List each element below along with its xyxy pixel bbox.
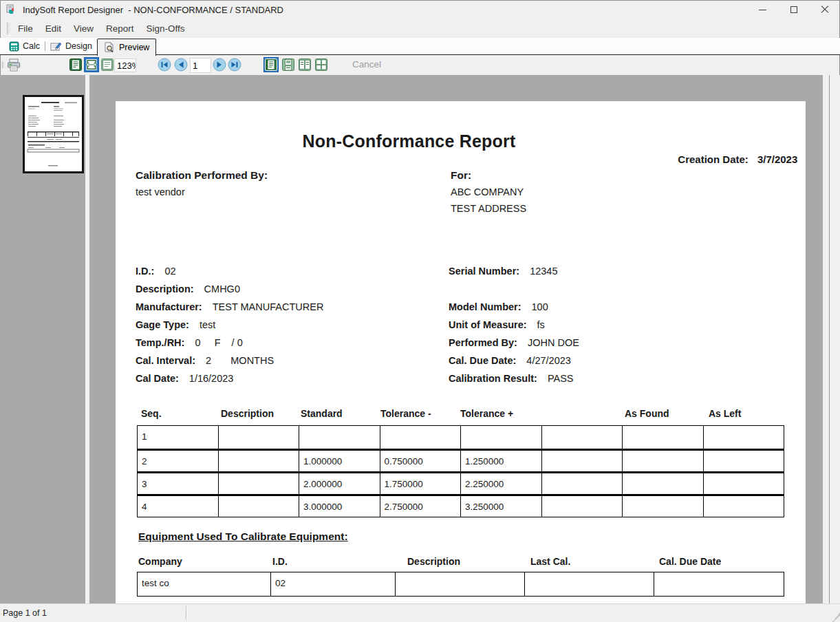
cell — [542, 496, 623, 517]
cell — [704, 496, 784, 517]
equipment-section-title: Equipment Used To Calibrate Equipment: — [138, 530, 348, 543]
continuous-pages-view-button[interactable] — [281, 57, 296, 72]
performed-by-block: Calibration Performed By: test vendor — [136, 169, 268, 198]
column-header: I.D. — [270, 556, 395, 567]
window-title: IndySoft Report Designer - NON-CONFORMAN… — [23, 5, 283, 15]
field-row — [449, 283, 579, 301]
menu-report[interactable]: Report — [100, 19, 140, 38]
field-value: 12345 — [530, 266, 557, 277]
fit-whole-page-icon — [69, 58, 82, 71]
zoom-100-button[interactable] — [100, 57, 115, 72]
four-page-view-button[interactable] — [314, 57, 329, 72]
for-block: For: ABC COMPANY TEST ADDRESS — [451, 169, 526, 215]
menu-sign-offs[interactable]: Sign-Offs — [140, 19, 191, 38]
report-title: Non-Conformance Report — [116, 131, 702, 151]
resize-grip[interactable] — [829, 611, 839, 621]
previous-page-button[interactable] — [173, 57, 188, 72]
field-row: Description:CMHG0 — [136, 283, 323, 301]
app-icon — [6, 4, 17, 15]
menu-view[interactable]: View — [67, 19, 100, 38]
cell: 3 — [138, 473, 219, 494]
preview-right-gutter — [823, 75, 840, 603]
field-label: Cal Date: — [136, 373, 179, 384]
cancel-button[interactable]: Cancel — [352, 59, 381, 69]
status-bar: Page 1 of 1 — [0, 603, 840, 622]
performed-by-label: Calibration Performed By: — [136, 169, 268, 182]
last-page-button[interactable] — [227, 57, 241, 72]
next-page-button[interactable] — [212, 57, 226, 72]
measurement-table: 1 21.0000000.7500001.250000 32.0000001.7… — [137, 425, 784, 517]
page-thumbnail[interactable] — [23, 95, 84, 173]
column-header — [536, 408, 616, 419]
field-label: Cal. Interval: — [136, 355, 195, 366]
gutter-edge-line — [829, 75, 830, 603]
cell: 4 — [138, 496, 219, 517]
field-row: Cal. Interval:2 MONTHS — [136, 355, 323, 373]
field-row: I.D.:02 — [136, 266, 323, 283]
for-line-2: TEST ADDRESS — [451, 203, 526, 215]
continuous-pages-view-icon — [282, 58, 294, 71]
tab-calc[interactable]: Calc — [4, 38, 45, 54]
window-controls — [747, 0, 840, 19]
four-page-view-icon — [315, 58, 327, 71]
status-divider — [186, 606, 186, 620]
zoom-input[interactable] — [114, 58, 136, 72]
minimize-icon — [759, 10, 766, 10]
field-label: Cal. Due Date: — [449, 355, 516, 366]
field-value: 100 — [532, 301, 548, 312]
field-label: I.D.: — [136, 266, 154, 277]
field-row: Temp./RH:0 F / 0 — [136, 337, 323, 355]
menu-edit[interactable]: Edit — [39, 19, 67, 38]
zoom-100-icon — [101, 58, 114, 71]
column-header: As Left — [700, 408, 784, 419]
tab-preview[interactable]: Preview — [97, 39, 156, 56]
menu-file[interactable]: File — [12, 19, 39, 38]
column-header: Tolerance - — [376, 408, 456, 419]
field-label: Unit of Measure: — [449, 319, 527, 330]
fit-whole-page-button[interactable] — [68, 57, 83, 72]
column-header: As Found — [616, 408, 700, 419]
column-header: Company — [137, 556, 270, 567]
cell — [461, 426, 542, 449]
cell — [525, 572, 654, 596]
tab-design-label: Design — [65, 41, 92, 51]
preview-area[interactable]: Non-Conformance Report Creation Date:3/7… — [89, 75, 823, 603]
maximize-button[interactable] — [778, 0, 809, 19]
minimize-button[interactable] — [747, 0, 778, 19]
cell — [219, 451, 300, 471]
creation-date-label: Creation Date: — [678, 153, 749, 165]
previous-page-icon — [174, 58, 188, 72]
cell — [542, 451, 623, 471]
cell: 2.250000 — [461, 473, 542, 494]
cell: 0.750000 — [380, 451, 462, 471]
field-label: Calibration Result: — [449, 373, 537, 384]
close-icon — [821, 6, 829, 14]
field-label: Description: — [136, 283, 194, 294]
for-label: For: — [451, 169, 526, 182]
field-value: PASS — [548, 373, 574, 384]
first-page-button[interactable] — [157, 57, 171, 72]
field-value: CMHG0 — [204, 283, 240, 294]
field-row: Model Number:100 — [449, 301, 579, 319]
tab-design[interactable]: Design — [45, 38, 97, 54]
cell: 3.000000 — [299, 496, 380, 517]
column-header: Description — [217, 408, 297, 419]
maximize-icon — [790, 6, 797, 13]
menu-bar: File Edit View Report Sign-Offs — [0, 19, 840, 38]
two-page-view-button[interactable] — [297, 57, 312, 72]
print-button[interactable] — [6, 57, 21, 72]
single-page-view-button[interactable] — [263, 57, 279, 72]
cell: test co — [138, 572, 271, 596]
page-number-input[interactable] — [190, 58, 211, 73]
fit-page-width-button[interactable] — [84, 57, 99, 72]
field-value: TEST MANUFACTURER — [213, 301, 324, 312]
field-value: 4/27/2023 — [526, 355, 571, 366]
report-page: Non-Conformance Report Creation Date:3/7… — [116, 101, 806, 603]
field-label: Serial Number: — [449, 266, 519, 277]
close-button[interactable] — [809, 0, 840, 19]
field-row: Cal. Due Date:4/27/2023 — [449, 355, 579, 373]
cell — [219, 496, 300, 517]
cell: 1 — [138, 426, 219, 449]
field-value: 2 MONTHS — [206, 355, 274, 366]
cell — [542, 473, 623, 494]
